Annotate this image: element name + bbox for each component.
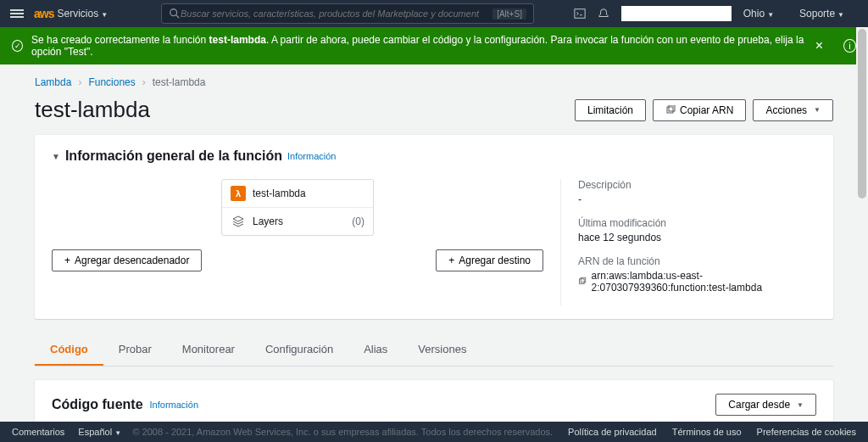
tab-versiones[interactable]: Versiones [403,334,481,366]
breadcrumb-current: test-lambda [153,76,206,88]
function-overview-panel: ▼ Información general de la función Info… [35,135,833,319]
layers-icon [231,214,246,229]
cloudshell-icon[interactable] [574,8,586,20]
privacy-link[interactable]: Política de privacidad [568,427,657,437]
description-label: Descripción [578,179,816,191]
source-info-link[interactable]: Información [150,400,198,410]
support-menu[interactable]: Soporte▼ [799,8,844,20]
svg-rect-4 [669,105,675,111]
menu-icon[interactable] [10,8,24,20]
top-navigation: aws Servicios▼ [Alt+S] Ohio▼ Soporte▼ [0,0,868,27]
language-selector[interactable]: Español▼ [78,427,121,437]
search-input[interactable] [181,8,492,19]
svg-rect-3 [667,107,673,113]
overview-title: Información general de la función [65,148,282,164]
global-search[interactable]: [Alt+S] [161,3,534,24]
breadcrumb: Lambda › Funciones › test-lambda [35,64,833,97]
svg-line-1 [176,15,180,19]
last-modified-value: hace 12 segundos [578,232,816,243]
diagram-function-name: test-lambda [253,187,306,199]
function-metadata: Descripción - Última modificación hace 1… [560,179,816,305]
tab-probar[interactable]: Probar [103,334,167,366]
layers-count: (0) [352,215,364,227]
account-menu[interactable] [621,6,732,21]
flash-message: Se ha creado correctamente la función te… [31,34,805,58]
copyright: © 2008 - 2021, Amazon Web Services, Inc.… [132,427,553,437]
description-value: - [578,193,816,205]
terms-link[interactable]: Términos de uso [672,427,742,437]
svg-rect-6 [581,277,586,283]
vertical-scrollbar[interactable] [856,27,868,422]
cookies-link[interactable]: Preferencias de cookies [757,427,856,437]
page-footer: Comentarios Español▼ © 2008 - 2021, Amaz… [0,422,868,442]
breadcrumb-lambda[interactable]: Lambda [35,76,71,88]
source-title: Código fuente [52,397,143,412]
function-diagram-box[interactable]: λ test-lambda Layers (0) [221,179,374,236]
last-modified-label: Última modificación [578,217,816,229]
aws-logo[interactable]: aws [34,7,53,20]
arn-value: arn:aws:lambda:us-east-2:070307939360:fu… [592,270,816,294]
breadcrumb-funciones[interactable]: Funciones [88,76,135,88]
page-title: test-lambda [35,97,150,123]
copy-arn-button[interactable]: Copiar ARN [653,99,746,121]
help-icon[interactable]: i [843,39,856,53]
svg-rect-2 [575,9,585,19]
region-selector[interactable]: Ohio▼ [743,8,774,20]
actions-dropdown[interactable]: Acciones▼ [753,99,833,121]
tab-codigo[interactable]: Código [35,334,103,366]
collapse-icon[interactable]: ▼ [52,152,60,161]
upload-from-button[interactable]: Cargar desde▼ [715,394,816,416]
tab-configuracion[interactable]: Configuración [250,334,348,366]
arn-label: ARN de la función [578,255,816,267]
add-destination-button[interactable]: + Agregar destino [436,249,543,271]
function-tabs: Código Probar Monitorear Configuración A… [35,334,833,366]
services-dropdown[interactable]: Servicios▼ [57,8,108,20]
throttle-button[interactable]: Limitación [575,99,646,121]
notifications-icon[interactable] [598,8,609,20]
svg-point-0 [170,9,177,16]
add-trigger-button[interactable]: + Agregar desencadenador [52,249,202,271]
copy-icon[interactable] [578,277,587,287]
svg-rect-5 [580,279,585,284]
layers-label: Layers [253,215,283,227]
tab-alias[interactable]: Alias [348,334,403,366]
lambda-icon: λ [231,186,246,201]
success-flash: ✓ Se ha creado correctamente la función … [0,27,868,64]
close-icon[interactable]: × [805,38,833,53]
search-shortcut: [Alt+S] [492,8,526,20]
tab-monitorear[interactable]: Monitorear [167,334,250,366]
overview-info-link[interactable]: Información [287,151,336,161]
feedback-link[interactable]: Comentarios [12,427,64,437]
success-icon: ✓ [12,40,23,52]
